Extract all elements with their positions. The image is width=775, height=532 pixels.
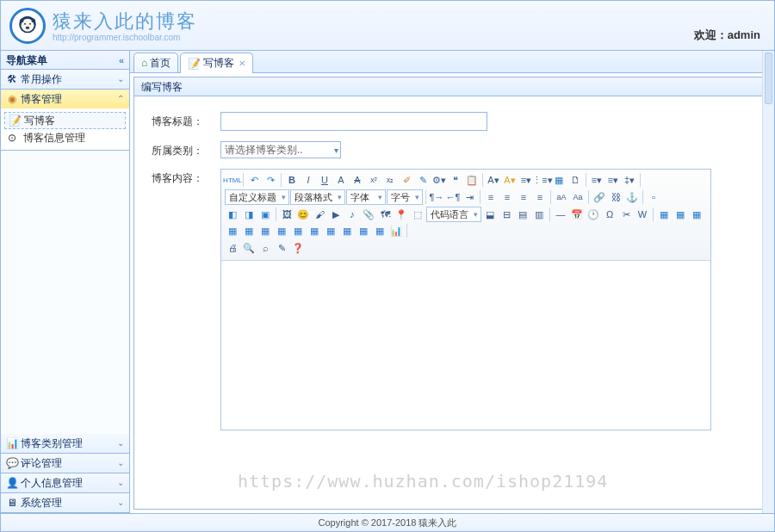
mergedown-button[interactable]: ▦ — [323, 223, 338, 238]
insertul-button[interactable]: ⋮≡▾ — [535, 172, 550, 188]
cleardoc-button[interactable]: 🗋 — [567, 172, 583, 188]
insertrow-button[interactable]: ▦ — [225, 223, 240, 238]
insertimage-button[interactable]: 🖼 — [279, 207, 294, 222]
italic-button[interactable]: I — [301, 172, 316, 188]
selectall-button[interactable]: ▦ — [551, 172, 567, 188]
alignleft-button[interactable]: ≡ — [483, 189, 499, 205]
map-button[interactable]: 🗺 — [377, 207, 393, 222]
rowspacingbottom-button[interactable]: ≡▾ — [605, 172, 621, 188]
fontfamily-select[interactable]: 字体 — [346, 189, 386, 205]
sidebar-item-write-blog[interactable]: 📝 写博客 — [4, 112, 126, 129]
link-button[interactable]: 🔗 — [592, 189, 607, 205]
fontsize-select[interactable]: 字号 — [387, 189, 423, 205]
preview-button[interactable]: 🔍 — [241, 240, 257, 256]
template-button[interactable]: ▤ — [515, 207, 530, 222]
sidebar-section-profile[interactable]: 👤个人信息管理 ⌄ — [1, 473, 129, 492]
searchreplace-button[interactable]: ⌕ — [257, 240, 273, 256]
redo-button[interactable]: ↷ — [263, 172, 278, 188]
charts-button[interactable]: 📊 — [388, 223, 404, 238]
insertcode-select[interactable]: 代码语言 — [426, 207, 481, 222]
splittocells-button[interactable]: ▦ — [339, 223, 355, 238]
dirltr-button[interactable]: ¶→ — [429, 189, 444, 205]
sidebar-item-manage-blog[interactable]: ⊙ 博客信息管理 — [4, 129, 126, 146]
backcolor-button[interactable]: A▾ — [502, 172, 518, 188]
blog-title-input[interactable] — [220, 112, 487, 131]
sidebar-section-category[interactable]: 📊博客类别管理 ⌄ — [1, 434, 129, 453]
close-icon[interactable]: ✕ — [239, 59, 245, 68]
sidebar-section-system[interactable]: 🖥系统管理 ⌄ — [1, 493, 129, 512]
lineheight-button[interactable]: ‡▾ — [622, 172, 637, 188]
date-button[interactable]: 📅 — [569, 207, 585, 222]
imagenone-button[interactable]: ▫ — [646, 189, 661, 205]
blockquote-button[interactable]: ❝ — [448, 172, 463, 188]
music-button[interactable]: ♪ — [344, 207, 360, 222]
inserttable-button[interactable]: ▦ — [656, 207, 672, 222]
alignjustify-button[interactable]: ≡ — [532, 189, 548, 205]
autotypeset-button[interactable]: ⚙▾ — [431, 172, 447, 188]
background-button[interactable]: ▥ — [531, 207, 547, 222]
unlink-button[interactable]: ⛓ — [608, 189, 623, 205]
editor-textarea[interactable] — [221, 261, 710, 430]
subscript-button[interactable]: x₂ — [382, 172, 398, 188]
rowspacingtop-button[interactable]: ≡▾ — [589, 172, 604, 188]
paragraph-select[interactable]: 段落格式 — [290, 189, 345, 205]
mergecells-button[interactable]: ▦ — [290, 223, 306, 238]
superscript-button[interactable]: x² — [366, 172, 381, 188]
scrollbar-thumb[interactable] — [765, 53, 772, 104]
html-source-button[interactable]: HTML — [225, 172, 240, 188]
scrawl-button[interactable]: 🖌 — [312, 207, 327, 222]
deleterow-button[interactable]: ▦ — [241, 223, 257, 238]
insertol-button[interactable]: ≡▾ — [518, 172, 534, 188]
tolowercase-button[interactable]: Aa — [570, 189, 586, 205]
sidebar-collapse-icon[interactable]: « — [119, 51, 124, 70]
forecolor-button[interactable]: A▾ — [486, 172, 501, 188]
touppercase-button[interactable]: aA — [554, 189, 569, 205]
print-button[interactable]: 🖨 — [225, 240, 240, 256]
sidebar-section-comment[interactable]: 💬评论管理 ⌄ — [1, 454, 129, 473]
strikethrough-button[interactable]: A — [350, 172, 365, 188]
deletecol-button[interactable]: ▦ — [274, 223, 289, 238]
wordimage-button[interactable]: W — [635, 207, 650, 222]
sidebar-section-blog[interactable]: ◉博客管理 ⌃ — [1, 90, 129, 108]
category-select[interactable]: 请选择博客类别.. ▾ — [220, 141, 341, 158]
emotion-button[interactable]: 😊 — [295, 207, 311, 222]
pagebreak-button[interactable]: ⊟ — [499, 207, 514, 222]
aligncenter-button[interactable]: ≡ — [499, 189, 515, 205]
formatmatch-button[interactable]: ✎ — [415, 172, 431, 188]
underline-button[interactable]: U — [317, 172, 332, 188]
horizontal-button[interactable]: — — [553, 207, 568, 222]
bold-button[interactable]: B — [284, 172, 300, 188]
webapp-button[interactable]: ⬓ — [482, 207, 498, 222]
insertvideo-button[interactable]: ▶ — [328, 207, 344, 222]
pasteplain-button[interactable]: 📋 — [464, 172, 480, 188]
scrollbar[interactable] — [762, 51, 774, 513]
imagecenter-button[interactable]: ▣ — [257, 207, 273, 222]
imageleft-button[interactable]: ◧ — [225, 207, 240, 222]
customstyle-select[interactable]: 自定义标题 — [225, 189, 289, 205]
drafts-button[interactable]: ✎ — [274, 240, 289, 256]
tab-home[interactable]: ⌂ 首页 — [133, 53, 178, 72]
splittocols-button[interactable]: ▦ — [372, 223, 388, 238]
undo-button[interactable]: ↶ — [246, 172, 262, 188]
time-button[interactable]: 🕐 — [586, 207, 601, 222]
alignright-button[interactable]: ≡ — [516, 189, 531, 205]
sidebar-section-common[interactable]: 🛠常用操作 ⌄ — [1, 70, 129, 89]
gmap-button[interactable]: 📍 — [394, 207, 409, 222]
removeformat-button[interactable]: ✐ — [399, 172, 414, 188]
snapscreen-button[interactable]: ✂ — [618, 207, 634, 222]
insertparagraphbeforetable-button[interactable]: ▦ — [689, 207, 704, 222]
tab-write-blog[interactable]: 📝 写博客 ✕ — [180, 53, 253, 73]
dirrtl-button[interactable]: ←¶ — [445, 189, 461, 205]
help-button[interactable]: ❓ — [290, 240, 306, 256]
fontborder-button[interactable]: A — [333, 172, 349, 188]
anchor-button[interactable]: ⚓ — [624, 189, 640, 205]
mergeright-button[interactable]: ▦ — [307, 223, 322, 238]
attachment-button[interactable]: 📎 — [361, 207, 376, 222]
insertframe-button[interactable]: ⬚ — [410, 207, 425, 222]
insertcol-button[interactable]: ▦ — [257, 223, 273, 238]
deletetable-button[interactable]: ▦ — [673, 207, 688, 222]
spechars-button[interactable]: Ω — [602, 207, 617, 222]
imageright-button[interactable]: ◨ — [241, 207, 257, 222]
splittorows-button[interactable]: ▦ — [356, 223, 371, 238]
indent-button[interactable]: ⇥ — [462, 189, 477, 205]
